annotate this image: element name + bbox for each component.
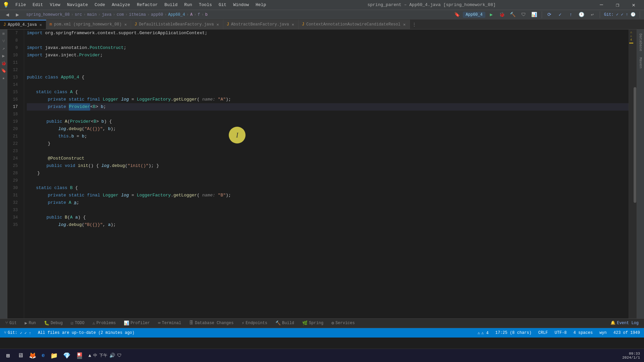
status-position[interactable]: 17:25 (8 chars) bbox=[494, 330, 533, 336]
nav-back-button[interactable]: ◀ bbox=[3, 10, 12, 19]
vcs-push-button[interactable]: ↑ bbox=[566, 10, 576, 19]
keyboard-icon[interactable]: 中 bbox=[93, 353, 97, 358]
taskbar-file-explorer[interactable]: 🖥 bbox=[15, 349, 26, 362]
taskbar-ppt[interactable]: 🎴 bbox=[73, 349, 86, 362]
taskbar-folder[interactable]: 📁 bbox=[48, 349, 60, 362]
vcs-history-button[interactable]: 🕐 bbox=[577, 10, 586, 19]
activity-commits[interactable]: ⑂ bbox=[1, 38, 7, 44]
right-sidebar-maven[interactable]: Maven bbox=[639, 57, 643, 68]
bottom-tab-build[interactable]: 🔨 Build bbox=[271, 319, 298, 328]
bottom-tab-profiler[interactable]: 📊 Profiler bbox=[120, 319, 154, 328]
ime-icon[interactable]: 下午 bbox=[99, 353, 107, 358]
run-config-selector[interactable]: App60_4 bbox=[463, 12, 485, 18]
vertical-scrollbar[interactable] bbox=[633, 29, 637, 318]
breadcrumb-class[interactable]: App60_4 bbox=[167, 12, 186, 17]
close-button[interactable]: ✕ bbox=[626, 0, 641, 10]
git-status[interactable]: Git: ✓ ✓ ↑ 🕐 bbox=[603, 12, 637, 17]
breadcrumb-app60[interactable]: app60 bbox=[150, 12, 164, 17]
nav-forward-button[interactable]: ▶ bbox=[13, 10, 22, 19]
breadcrumb-src[interactable]: src bbox=[73, 12, 84, 17]
menu-git[interactable]: Git bbox=[215, 1, 230, 9]
coverage-button[interactable]: 🛡 bbox=[519, 10, 528, 19]
bottom-tab-problems[interactable]: ⚠ Problems bbox=[89, 319, 120, 328]
menu-analyze[interactable]: Analyze bbox=[108, 1, 133, 9]
menu-view[interactable]: View bbox=[46, 1, 63, 9]
bottom-tab-git[interactable]: ⑂ Git bbox=[1, 319, 21, 328]
breadcrumb-main[interactable]: main bbox=[86, 12, 98, 17]
bottom-tab-debug[interactable]: 🐛 Debug bbox=[40, 319, 67, 328]
build-config-button[interactable]: 🔨 bbox=[508, 10, 518, 19]
tab-contextannotation[interactable]: J ContextAnnotationAutowireCandidateReso… bbox=[299, 20, 410, 29]
status-warnings[interactable]: ⚠ ⚠ 4 bbox=[476, 330, 490, 336]
tab-close-abstractbean[interactable]: ✕ bbox=[291, 22, 295, 27]
breadcrumb-b[interactable]: b bbox=[204, 12, 209, 17]
debug-button[interactable]: 🐞 bbox=[497, 10, 507, 19]
menu-edit[interactable]: Edit bbox=[29, 1, 46, 9]
restore-button[interactable]: ❐ bbox=[610, 0, 625, 10]
breadcrumb-com[interactable]: com bbox=[115, 12, 125, 17]
tab-defaultlistable[interactable]: J DefaultListableBeanFactory.java ✕ bbox=[131, 20, 223, 29]
breadcrumb-a[interactable]: A bbox=[189, 12, 194, 17]
activity-favorites[interactable]: ★ bbox=[1, 75, 7, 81]
activity-run[interactable]: ▶ bbox=[1, 53, 7, 59]
menu-tools[interactable]: Tools bbox=[196, 1, 215, 9]
network-icon[interactable]: ▲ bbox=[89, 353, 91, 358]
menu-window[interactable]: Window bbox=[230, 1, 252, 9]
vcs-update-button[interactable]: ⟳ bbox=[545, 10, 554, 19]
volume-icon[interactable]: 🔊 bbox=[109, 353, 115, 358]
breadcrumb-bookmark[interactable]: 🔖 bbox=[452, 10, 462, 19]
vcs-commit-button[interactable]: ✓ bbox=[555, 10, 565, 19]
menu-help[interactable]: Help bbox=[252, 1, 269, 9]
menu-navigate[interactable]: Navigate bbox=[64, 1, 91, 9]
bottom-tab-services[interactable]: ⚙ Services bbox=[327, 319, 359, 328]
profiler-button[interactable]: 📊 bbox=[530, 10, 539, 19]
event-log-tab[interactable]: 🔔 Event Log bbox=[606, 319, 643, 328]
menu-run[interactable]: Run bbox=[181, 1, 195, 9]
bottom-tab-run[interactable]: ▶ Run bbox=[21, 319, 40, 328]
bottom-tab-database[interactable]: 🗄 Database Changes bbox=[185, 319, 237, 328]
status-message[interactable]: All files are up-to-date (2 minutes ago) bbox=[37, 330, 136, 336]
tab-close-contextannotation[interactable]: ✕ bbox=[402, 22, 406, 27]
status-git[interactable]: ⑂ Git: ✓ ✓ ↑ bbox=[3, 330, 33, 336]
status-renderer[interactable]: wyn bbox=[598, 330, 608, 336]
status-encoding[interactable]: CRLF bbox=[537, 330, 549, 336]
antivirus-icon[interactable]: 🛡 bbox=[117, 353, 122, 358]
scrollbar-thumb[interactable] bbox=[634, 87, 636, 203]
menu-build[interactable]: Build bbox=[161, 1, 181, 9]
breadcrumb-f[interactable]: f bbox=[196, 12, 201, 17]
rollback-button[interactable]: ↩ bbox=[588, 10, 597, 19]
status-charset[interactable]: UTF-8 bbox=[553, 330, 568, 336]
taskbar-clock[interactable]: 09:33 2024/1/1 bbox=[622, 352, 643, 360]
breadcrumb-project[interactable]: spring_homework_08 bbox=[25, 12, 71, 17]
tab-close-pom[interactable]: ✕ bbox=[124, 22, 127, 27]
menu-refactor[interactable]: Refactor bbox=[133, 1, 161, 9]
taskbar-firefox[interactable]: 🦊 bbox=[26, 349, 39, 362]
breadcrumb-itheima[interactable]: itheima bbox=[127, 12, 147, 17]
windows-start-button[interactable]: ⊞ bbox=[1, 349, 15, 362]
tab-app60-4[interactable]: J App60_4.java ✕ bbox=[0, 20, 46, 29]
bottom-tab-todo[interactable]: ☑ TODO bbox=[67, 319, 89, 328]
tab-close-app60-4[interactable]: ✕ bbox=[39, 22, 43, 28]
taskbar-gem[interactable]: 💎 bbox=[60, 349, 73, 362]
menu-code[interactable]: Code bbox=[91, 1, 108, 9]
bottom-tab-spring[interactable]: 🌿 Spring bbox=[298, 319, 327, 328]
activity-structure[interactable]: ≡ bbox=[1, 31, 7, 37]
tab-pom[interactable]: m pom.xml (spring_homework_08) ✕ bbox=[46, 20, 131, 29]
code-lines[interactable]: import org.springframework.context.suppo… bbox=[24, 29, 629, 318]
tab-overflow-button[interactable]: ⋮ bbox=[410, 20, 419, 29]
bottom-tab-terminal[interactable]: ⌨ Terminal bbox=[154, 319, 185, 328]
status-line-info[interactable]: 423 of 1949 bbox=[612, 330, 641, 336]
menu-file[interactable]: File bbox=[12, 1, 29, 9]
bottom-tab-endpoints[interactable]: ⚡ Endpoints bbox=[237, 319, 271, 328]
status-indent[interactable]: 4 spaces bbox=[572, 330, 594, 336]
tab-abstractbean[interactable]: J AbstractBeanFactory.java ✕ bbox=[223, 20, 299, 29]
taskbar-edge[interactable]: e bbox=[39, 349, 48, 362]
right-sidebar-database[interactable]: Database bbox=[639, 34, 643, 51]
activity-pullrequest[interactable]: ↗ bbox=[1, 46, 7, 52]
tab-close-defaultlistable[interactable]: ✕ bbox=[216, 22, 219, 27]
breadcrumb-java[interactable]: java bbox=[101, 12, 113, 17]
run-button[interactable]: ▶ bbox=[487, 10, 496, 19]
minimize-button[interactable]: ─ bbox=[594, 0, 609, 10]
activity-bookmark[interactable]: 🔖 bbox=[1, 68, 7, 74]
activity-debug[interactable]: 🐞 bbox=[1, 60, 7, 66]
